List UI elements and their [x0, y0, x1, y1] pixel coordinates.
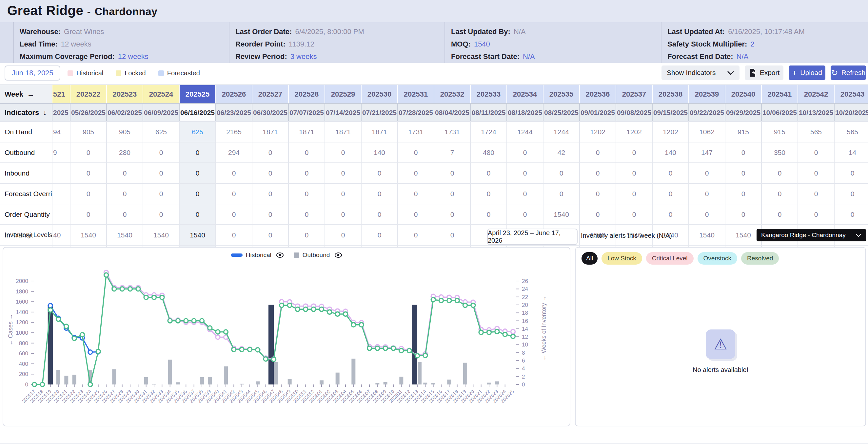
value-cell[interactable]: 905 [70, 121, 107, 142]
value-cell[interactable]: 0 [252, 204, 289, 224]
value-cell[interactable]: 0 [398, 142, 434, 163]
value-cell[interactable]: 0 [762, 183, 798, 204]
value-cell[interactable]: 0 [325, 183, 362, 204]
value-cell[interactable]: 0 [180, 183, 216, 204]
value-cell[interactable]: 0 [762, 163, 798, 183]
eye-icon[interactable] [276, 252, 284, 258]
value-cell[interactable]: 0 [616, 183, 653, 204]
value-cell[interactable]: 0 [544, 163, 580, 183]
week-cell[interactable]: 202539 [689, 85, 725, 103]
value-cell[interactable]: 0 [507, 163, 544, 183]
week-cell[interactable]: 202541 [762, 85, 798, 103]
value-cell[interactable]: 625 [143, 121, 180, 142]
value-cell[interactable]: 0 [653, 183, 689, 204]
value-cell[interactable]: 0 [434, 204, 471, 224]
week-cell[interactable]: 202522 [70, 85, 107, 103]
value-cell[interactable]: 0 [143, 142, 180, 163]
alert-filter-all[interactable]: All [582, 252, 597, 265]
value-cell[interactable]: 1202 [616, 121, 653, 142]
value-cell[interactable]: 0 [544, 183, 580, 204]
value-cell[interactable]: 0 [325, 163, 362, 183]
week-cell[interactable]: 202543 [835, 85, 868, 103]
value-cell[interactable]: 0 [580, 163, 616, 183]
week-cell[interactable]: 202536 [580, 85, 616, 103]
value-cell[interactable]: 0 [289, 142, 325, 163]
value-cell[interactable]: 0 [835, 183, 868, 204]
eye-icon[interactable] [334, 252, 342, 258]
show-indicators-select[interactable]: Show Indicators [661, 66, 740, 80]
value-cell[interactable]: 0 [471, 163, 507, 183]
chart-date-range[interactable]: April 23, 2025 – June 17, 2026 [487, 229, 578, 245]
value-cell[interactable]: 1062 [689, 121, 725, 142]
value-cell[interactable]: 0 [180, 204, 216, 224]
value-cell[interactable]: 0 [471, 204, 507, 224]
value-cell[interactable]: 1244 [507, 121, 544, 142]
week-cell[interactable]: 202542 [798, 85, 835, 103]
value-cell[interactable]: 0 [689, 163, 725, 183]
value-cell[interactable]: 0 [398, 163, 434, 183]
value-cell[interactable]: 0 [835, 163, 868, 183]
value-cell[interactable]: 0 [616, 142, 653, 163]
value-cell[interactable]: 0 [216, 163, 252, 183]
value-cell[interactable]: 0 [689, 204, 725, 224]
value-cell[interactable]: 0 [252, 142, 289, 163]
value-cell[interactable]: 0 [107, 204, 143, 224]
value-cell[interactable]: 1244 [544, 121, 580, 142]
value-cell[interactable]: 0 [107, 183, 143, 204]
refresh-button[interactable]: ↻ Refresh [831, 66, 866, 80]
value-cell[interactable]: 0 [434, 163, 471, 183]
value-cell[interactable]: 915 [725, 121, 762, 142]
value-cell[interactable]: 625 [180, 121, 216, 142]
value-cell[interactable]: 1724 [471, 121, 507, 142]
alert-filter-critical-level[interactable]: Critical Level [646, 252, 693, 265]
value-cell[interactable]: 0 [798, 163, 835, 183]
value-cell[interactable]: 905 [107, 121, 143, 142]
value-cell[interactable]: 140 [653, 142, 689, 163]
value-cell[interactable]: 280 [107, 142, 143, 163]
value-cell[interactable]: 0 [398, 183, 434, 204]
week-cell[interactable]: 202538 [653, 85, 689, 103]
value-cell[interactable]: 0 [471, 183, 507, 204]
value-cell[interactable]: 1871 [289, 121, 325, 142]
value-cell[interactable]: 0 [507, 204, 544, 224]
value-cell[interactable]: 1871 [252, 121, 289, 142]
week-cell[interactable]: 202527 [252, 85, 289, 103]
value-cell[interactable]: 9 [53, 142, 70, 163]
value-cell[interactable]: 0 [798, 204, 835, 224]
value-cell[interactable] [53, 204, 70, 224]
value-cell[interactable]: 0 [616, 204, 653, 224]
value-cell[interactable]: 0 [289, 204, 325, 224]
week-cell[interactable]: 202535 [544, 85, 580, 103]
value-cell[interactable]: 94 [53, 121, 70, 142]
value-cell[interactable]: 0 [653, 204, 689, 224]
product-select[interactable]: Kangaroo Ridge - Chardonnay [756, 229, 866, 241]
value-cell[interactable]: 1202 [580, 121, 616, 142]
value-cell[interactable]: 0 [798, 142, 835, 163]
value-cell[interactable]: 0 [325, 142, 362, 163]
value-cell[interactable]: 0 [507, 183, 544, 204]
date-input[interactable]: Jun 18, 2025 [5, 66, 60, 80]
value-cell[interactable]: 0 [289, 183, 325, 204]
value-cell[interactable]: 0 [216, 183, 252, 204]
value-cell[interactable]: 7 [434, 142, 471, 163]
value-cell[interactable]: 0 [362, 204, 398, 224]
week-cell[interactable]: 202537 [616, 85, 653, 103]
value-cell[interactable] [53, 183, 70, 204]
value-cell[interactable]: 1540 [544, 204, 580, 224]
value-cell[interactable]: 294 [216, 142, 252, 163]
value-cell[interactable]: 565 [798, 121, 835, 142]
value-cell[interactable]: 1731 [434, 121, 471, 142]
value-cell[interactable]: 0 [70, 163, 107, 183]
value-cell[interactable]: 0 [580, 204, 616, 224]
value-cell[interactable]: 0 [143, 183, 180, 204]
upload-button[interactable]: + Upload [789, 66, 826, 80]
week-cell[interactable]: 202530 [362, 85, 398, 103]
alert-filter-overstock[interactable]: Overstock [698, 252, 738, 265]
value-cell[interactable]: 0 [143, 204, 180, 224]
value-cell[interactable]: 0 [762, 204, 798, 224]
value-cell[interactable]: 1731 [398, 121, 434, 142]
value-cell[interactable]: 0 [107, 163, 143, 183]
value-cell[interactable]: 0 [835, 204, 868, 224]
value-cell[interactable]: 0 [798, 183, 835, 204]
value-cell[interactable]: 0 [70, 183, 107, 204]
